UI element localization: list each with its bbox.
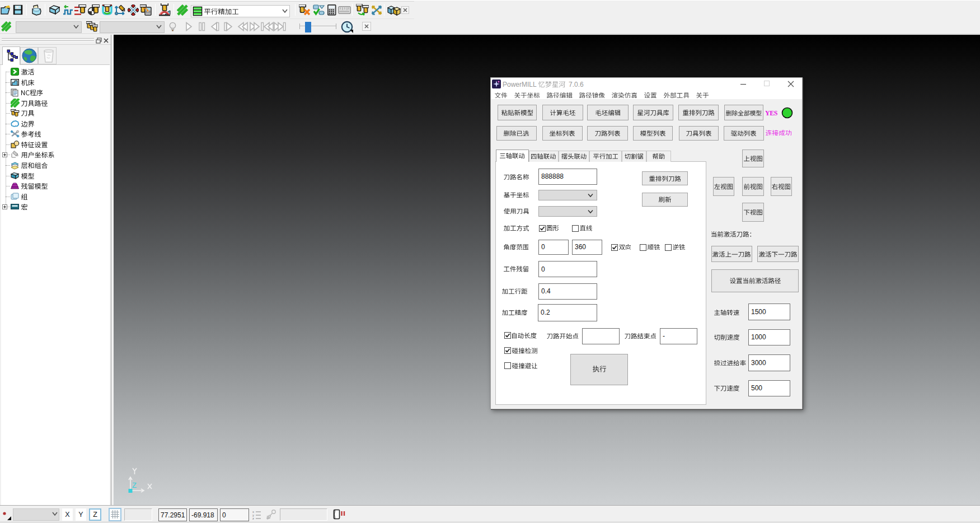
svg-text:z: z xyxy=(252,517,254,520)
svg-text:Z: Z xyxy=(132,481,137,489)
svg-text:YES: YES xyxy=(765,109,778,117)
